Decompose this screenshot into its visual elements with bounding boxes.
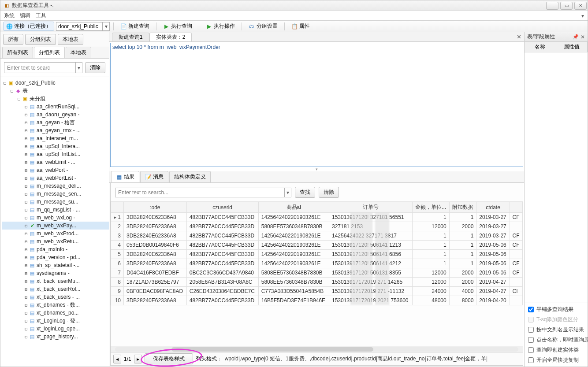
tree-item[interactable]: ⊞▤xt_back_users - ... — [2, 293, 109, 301]
tree-item[interactable]: ⊞▤xt_page_history... — [2, 333, 109, 341]
column-header[interactable]: ctdate — [476, 202, 510, 213]
tree-item[interactable]: ⊞▤xt_loginLog_ope... — [2, 325, 109, 333]
table-cell[interactable]: 5808EE57360348B7830B — [258, 278, 329, 287]
tab-result[interactable]: ▦ 结果 — [111, 171, 139, 182]
tree-toggle-icon[interactable]: ⊞ — [23, 112, 29, 117]
table-cell[interactable]: 482BB77A0CC445FCB33D — [186, 241, 258, 250]
opt-click-name[interactable]: 点击名称，即时查询原 — [528, 336, 584, 344]
clear-button[interactable]: 清除 — [85, 62, 105, 73]
page-prev-button[interactable]: ◂ — [113, 355, 121, 363]
tree-item[interactable]: ⊞▤aa_daoru_geyan - — [2, 111, 109, 119]
table-cell[interactable]: 0BC2C3C366CD437A9840 — [186, 268, 258, 278]
table-cell[interactable]: 2019-05-06 — [476, 268, 510, 278]
tree-item[interactable]: ⊞▤xt_LoginLog - 登... — [2, 317, 109, 325]
table-cell[interactable]: 1 — [449, 241, 476, 250]
tree-toggle-icon[interactable]: ⊟ — [16, 96, 22, 101]
table-cell[interactable]: 153013917120! 506141 4212 — [329, 259, 412, 268]
tree-toggle-icon[interactable]: ⊞ — [23, 128, 29, 133]
tree-toggle-icon[interactable]: ⊞ — [23, 192, 29, 196]
column-header[interactable] — [510, 202, 522, 213]
table-cell[interactable]: 1425642402201903261E — [258, 259, 329, 268]
tree-toggle-icon[interactable]: ⊞ — [23, 326, 29, 331]
table-cell[interactable]: 482BB77A0CC445FCB33D — [186, 231, 258, 241]
database-input[interactable] — [56, 23, 102, 30]
btn-local[interactable]: 本地表 — [58, 34, 83, 45]
table-cell[interactable]: 2019-05-06 — [476, 259, 510, 268]
tree-toggle-icon[interactable]: ⊟ — [9, 89, 15, 93]
opt-global-copy[interactable]: 开启全局快捷复制 — [528, 356, 584, 364]
tree-toggle-icon[interactable]: ⊞ — [23, 168, 29, 173]
table-cell[interactable]: 1 — [449, 231, 476, 241]
table-cell[interactable]: 2019-04-27 — [476, 278, 510, 287]
column-header[interactable]: :ode — [124, 202, 187, 213]
table-row[interactable]: 7D04C416F8C07EDBF0BC2C3C366CD437A9840580… — [111, 268, 523, 278]
btn-all[interactable]: 所有 — [3, 34, 23, 45]
menu-tool[interactable]: 工具 — [36, 12, 46, 19]
chevron-down-icon[interactable]: ▾ — [102, 22, 109, 30]
tab-message[interactable]: 📝 消息 — [140, 171, 168, 182]
tree-toggle-icon[interactable]: ⊞ — [23, 295, 29, 300]
column-header[interactable]: 附加数据 — [449, 202, 476, 213]
group-settings-button[interactable]: 🗂 分组设置 — [246, 21, 281, 31]
menu-edit[interactable]: 编辑 — [20, 12, 30, 19]
table-row[interactable]: 53DB28240E62336A8482BB77A0CC445FCB33D142… — [111, 250, 523, 259]
table-cell[interactable]: 12000 — [412, 268, 449, 278]
table-cell[interactable]: 1 — [412, 231, 449, 241]
maximize-button[interactable]: ▭ — [560, 2, 573, 10]
table-cell[interactable]: 16B5F5DAD3E74F1B946E — [258, 296, 329, 305]
table-cell[interactable]: 1 — [449, 213, 476, 222]
opt-query-create[interactable]: 查询即创建实体类 — [528, 346, 584, 354]
table-cell[interactable]: 2019-03-27 — [476, 222, 510, 231]
table-cell[interactable]: 153013917120! 506141 6856 — [329, 250, 412, 259]
tree-item[interactable]: ⊞▤m_web_wxProd... — [2, 230, 109, 237]
tree-toggle-icon[interactable]: ⊞ — [23, 200, 29, 204]
result-search-input[interactable] — [115, 188, 284, 197]
tree-toggle-icon[interactable]: ⊞ — [23, 176, 29, 181]
tab-all-list[interactable]: 所有列表 — [2, 47, 33, 58]
table-cell[interactable]: 18721AD73B625E797 — [124, 278, 187, 287]
table-cell[interactable]: 327181 2153 — [329, 222, 412, 231]
table-row[interactable]: 103DB28240E62336A8482BB77A0CC445FCB33D16… — [111, 296, 523, 305]
tree-item[interactable]: ⊟◆表 — [2, 87, 109, 95]
column-header[interactable]: 商品id — [258, 202, 329, 213]
tree-item[interactable]: ⊞▤aa_upSql_Intera... — [2, 142, 109, 150]
tree-toggle-icon[interactable]: ⊞ — [23, 239, 29, 244]
table-cell[interactable]: 1 — [412, 213, 449, 222]
tree-item[interactable]: ⊞▤m_message_sen... — [2, 190, 109, 198]
table-cell[interactable]: 3DB28240E62336A8 — [124, 222, 187, 231]
tree-item[interactable]: ⊞▤m_message_su... — [2, 198, 109, 206]
table-cell[interactable]: 153013917172019 2021 753600 — [329, 296, 412, 305]
tree-item[interactable]: ⊞▤m_message_deli... — [2, 182, 109, 190]
table-cell[interactable]: 3DB28240E62336A8 — [124, 250, 187, 259]
table-cell[interactable]: 053ED0B00149840F6 — [124, 241, 187, 250]
table-cell[interactable]: 1 — [449, 250, 476, 259]
tree-item[interactable]: ⊞▤aa_webPort - — [2, 166, 109, 174]
table-cell[interactable]: 2058E6AB7B3143F08A8C — [186, 278, 258, 287]
table-cell[interactable]: 24000 — [412, 287, 449, 296]
tree-item[interactable]: ⊞▤xt_dbnames - 数... — [2, 301, 109, 309]
table-cell[interactable]: D04C416F8C07EDBF — [124, 268, 187, 278]
tree-toggle-icon[interactable]: ⊞ — [23, 152, 29, 157]
tree-item[interactable]: ⊟▣未分组 — [2, 95, 109, 103]
menubar-overflow-icon[interactable]: ▾ — [580, 13, 586, 19]
tree-item[interactable]: ⊞▤aa_webPortList - — [2, 174, 109, 182]
table-cell[interactable] — [510, 278, 522, 287]
table-cell[interactable]: 482BB77A0CC445FCB33D — [186, 250, 258, 259]
table-cell[interactable]: 482BB77A0CC445FCB33D — [186, 222, 258, 231]
table-cell[interactable]: 0BF0EDAC098FAE8AD — [124, 287, 187, 296]
table-cell[interactable]: 153013917120! 506141 1213 — [329, 241, 412, 250]
table-cell[interactable]: 4000 — [449, 287, 476, 296]
table-cell[interactable]: 2019-04-27 — [476, 287, 510, 296]
table-cell[interactable]: 12000 — [412, 278, 449, 287]
table-cell[interactable] — [510, 250, 522, 259]
tab-close-icon[interactable]: ✕ — [517, 33, 521, 40]
exec-query-button[interactable]: ▶ 执行查询 — [160, 21, 195, 31]
table-cell[interactable]: CF — [510, 231, 522, 241]
pin-icon[interactable]: 📌 — [573, 34, 579, 40]
sql-textarea[interactable] — [111, 43, 523, 167]
tree-toggle-icon[interactable]: ⊟ — [2, 81, 7, 85]
tree-item[interactable]: ⊞▤xt_back_userMu... — [2, 277, 109, 285]
tree-item[interactable]: ⊞▤aa_geyan_rmx - ... — [2, 126, 109, 134]
column-header[interactable]: 订单号 — [329, 202, 412, 213]
table-cell[interactable]: 12000 — [412, 222, 449, 231]
